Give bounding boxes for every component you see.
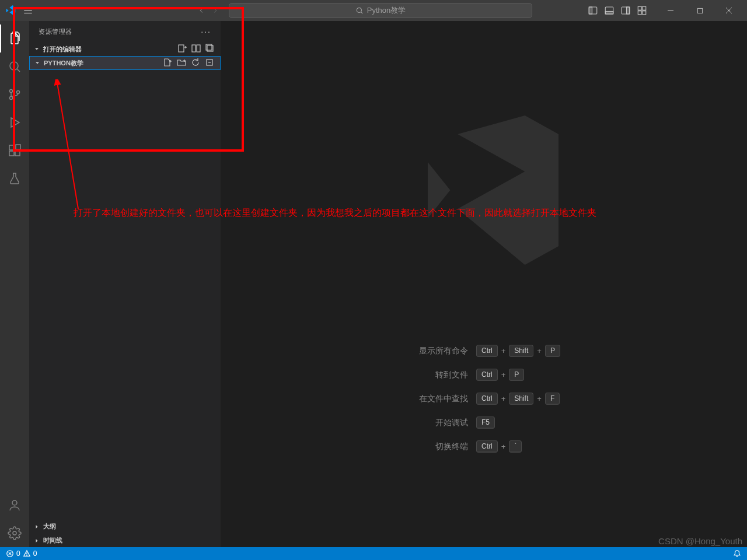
bell-icon [733, 550, 741, 558]
activity-search[interactable] [0, 52, 29, 80]
files-icon [8, 32, 22, 46]
window-maximize[interactable] [686, 0, 713, 21]
svg-point-3 [357, 8, 361, 12]
activity-bar [0, 21, 29, 547]
window-close[interactable] [715, 0, 742, 21]
customize-layout-icon[interactable] [635, 4, 649, 18]
keycap: F5 [476, 416, 495, 429]
search-placeholder: Python教学 [367, 5, 406, 16]
keycap: P [509, 369, 524, 381]
shortcut-keys: Ctrl+Shift+F [476, 393, 570, 405]
activity-testing[interactable] [0, 164, 29, 192]
command-center[interactable]: Python教学 [229, 3, 532, 18]
extensions-icon [8, 144, 22, 158]
branch-icon [8, 88, 22, 102]
shortcut-keys: F5 [476, 416, 570, 429]
plus-separator: + [537, 346, 542, 355]
folder-tree[interactable] [29, 70, 221, 519]
title-bar: Python教学 [0, 0, 747, 21]
status-problems[interactable]: 0 0 [6, 550, 37, 558]
open-editors-label: 打开的编辑器 [43, 45, 82, 54]
svg-rect-10 [627, 7, 630, 14]
error-count: 0 [16, 550, 20, 558]
gear-icon [8, 526, 22, 540]
collapse-all-icon[interactable] [205, 58, 214, 68]
svg-rect-34 [192, 45, 196, 52]
new-folder-icon[interactable] [177, 58, 186, 68]
svg-point-30 [13, 531, 16, 535]
activity-settings[interactable] [0, 519, 29, 547]
play-icon [8, 116, 22, 130]
new-file-icon[interactable] [163, 58, 172, 68]
toggle-panel-icon[interactable] [602, 4, 616, 18]
timeline-label: 时间线 [43, 536, 62, 545]
activity-extensions[interactable] [0, 136, 29, 164]
activity-explorer[interactable] [0, 24, 29, 52]
open-editors-section[interactable]: 打开的编辑器 [29, 42, 221, 56]
svg-rect-25 [9, 145, 14, 150]
keycap: Shift [509, 393, 533, 405]
toggle-primary-sidebar-icon[interactable] [586, 4, 600, 18]
svg-rect-16 [697, 8, 702, 13]
refresh-icon[interactable] [191, 58, 200, 68]
nav-forward[interactable] [210, 5, 221, 16]
window-minimize[interactable] [657, 0, 684, 21]
beaker-icon [8, 172, 22, 186]
nav-back[interactable] [196, 5, 207, 16]
svg-rect-11 [638, 6, 641, 10]
plus-separator: + [501, 394, 506, 403]
app-icon [5, 5, 16, 16]
shortcut-row: 开始调试F5 [398, 416, 570, 429]
plus-separator: + [537, 394, 542, 403]
svg-rect-26 [9, 151, 14, 156]
vscode-watermark-logo [390, 97, 577, 286]
search-icon [8, 60, 22, 74]
svg-point-22 [10, 97, 13, 100]
svg-point-19 [10, 62, 18, 70]
shortcut-label: 开始调试 [398, 418, 468, 428]
outline-section[interactable]: 大纲 [29, 519, 221, 533]
keycap: Shift [509, 345, 533, 357]
status-notifications[interactable] [733, 550, 741, 558]
explorer-sidebar: 资源管理器 ··· 打开的编辑器 PYTHON教学 [29, 21, 221, 547]
activity-accounts[interactable] [0, 491, 29, 519]
folder-label: PYTHON教学 [44, 59, 83, 68]
shortcut-row: 在文件中查找Ctrl+Shift+F [398, 393, 570, 405]
editor-area: 显示所有命令Ctrl+Shift+P转到文件Ctrl+P在文件中查找Ctrl+S… [221, 21, 747, 547]
shortcut-list: 显示所有命令Ctrl+Shift+P转到文件Ctrl+P在文件中查找Ctrl+S… [398, 345, 570, 453]
keycap: Ctrl [476, 393, 498, 405]
svg-rect-28 [16, 145, 20, 149]
shortcut-label: 在文件中查找 [398, 394, 468, 404]
svg-rect-27 [15, 151, 20, 156]
timeline-section[interactable]: 时间线 [29, 533, 221, 547]
keycap: Ctrl [476, 369, 498, 381]
sidebar-title: 资源管理器 [39, 27, 72, 36]
keycap: Ctrl [476, 440, 498, 453]
svg-marker-24 [11, 118, 19, 127]
activity-run-debug[interactable] [0, 108, 29, 136]
shortcut-keys: Ctrl+P [476, 369, 570, 381]
shortcut-row: 显示所有命令Ctrl+Shift+P [398, 345, 570, 357]
shortcut-label: 显示所有命令 [398, 346, 468, 356]
activity-source-control[interactable] [0, 80, 29, 108]
plus-separator: + [501, 346, 506, 355]
keycap: Ctrl [476, 345, 498, 357]
shortcut-row: 切换终端Ctrl+` [398, 440, 570, 453]
chevron-right-icon [33, 523, 41, 531]
svg-line-4 [361, 12, 362, 14]
svg-rect-8 [605, 12, 613, 15]
chevron-down-icon [33, 45, 41, 53]
error-icon [6, 550, 14, 558]
menu-button[interactable] [21, 4, 35, 18]
folder-section[interactable]: PYTHON教学 [29, 56, 221, 70]
keycap: P [545, 345, 560, 357]
save-all-icon[interactable] [205, 44, 215, 54]
new-untitled-icon[interactable] [177, 44, 187, 54]
svg-rect-12 [643, 6, 646, 10]
chevron-down-icon [33, 59, 41, 67]
shortcut-keys: Ctrl+Shift+P [476, 345, 570, 357]
sidebar-more-button[interactable]: ··· [201, 27, 211, 36]
svg-rect-14 [643, 11, 646, 15]
toggle-layout-icon[interactable] [191, 44, 201, 54]
toggle-secondary-sidebar-icon[interactable] [619, 4, 633, 18]
